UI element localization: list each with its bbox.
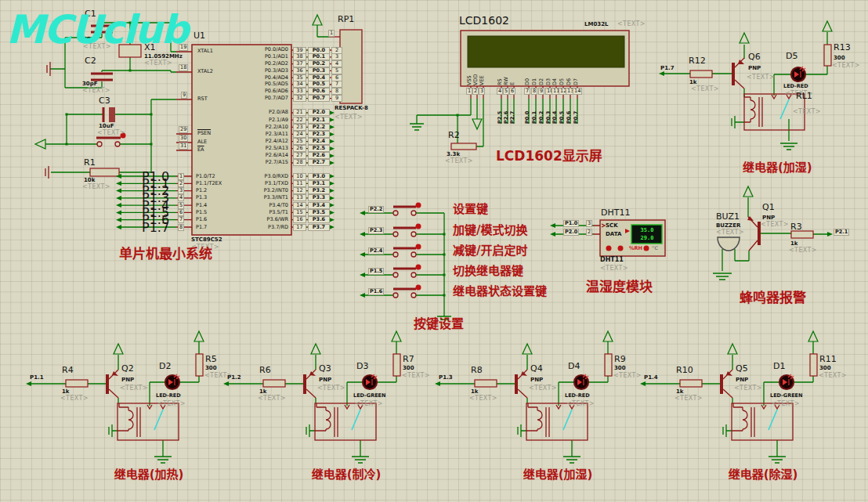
pin-row: 25P2.4 [293,138,330,145]
pin-number: 33 [293,88,306,95]
net-label: P2.0 [308,109,330,116]
input-resistor-body[interactable] [475,380,497,387]
net-label: P3.3 [308,194,330,201]
relay-driver-unit[interactable]: P1.3 R8 1k <TEXT> Q4 PNP <TEXT> D4 LED-R… [409,329,628,502]
buzzer-caption: 蜂鸣器报警 [740,291,806,305]
resistor-r13-body[interactable] [824,45,831,66]
pullup-resistor-ref: R11 [819,355,837,363]
net-label: P2.5 [308,145,330,152]
pin-number: 27 [293,152,306,159]
cap-c2-value: 30pF [82,81,98,87]
transistor-q1-type: PNP [762,215,775,221]
input-resistor-body[interactable] [680,380,702,387]
key-button-row[interactable]: P2.4 减键/开启定时 [0,244,868,263]
placeholder-text: <TEXT> [772,401,800,407]
lcd-pin-name: RW [504,68,509,85]
resistor-r2-body[interactable] [451,143,476,150]
pin-number: 10 [293,173,306,180]
lcd1602-module[interactable] [410,31,629,150]
input-resistor-body[interactable] [66,380,88,387]
placeholder-text: <TEXT> [355,401,383,407]
relay-body[interactable] [732,403,793,440]
reset-button-pin[interactable] [115,142,120,146]
power-arrow-icon [313,15,322,25]
respack-pin-number: 9 [331,95,342,102]
pin-row: 24P2.3 [293,131,330,138]
input-resistor-body[interactable] [263,380,285,387]
relay-body[interactable] [315,403,376,440]
resistor-r3-ref: R3 [790,222,802,231]
resistor-r13-ref: R13 [834,43,851,52]
relay-unit-caption: 继电器(加湿) [499,468,617,482]
lcd-pin-name: D6 [566,68,572,85]
cap-c3-value: 10uF [99,123,114,129]
net-label: P1.6 [368,288,384,295]
mcu-pin-name: P0.2/AD2 [196,60,288,67]
pin-number: 21 [293,109,306,116]
pin-number: 30 [179,135,188,142]
relay-driver-unit[interactable]: P1.1 R4 1k <TEXT> Q2 PNP <TEXT> D2 LED-R… [0,329,219,502]
transistor-q1-ref: Q1 [762,203,775,211]
buzzer-ref: BUZ1 [716,212,740,221]
relay-driver-unit[interactable]: P1.2 R6 1k <TEXT> Q3 PNP <TEXT> D3 LED-G… [197,329,417,502]
pin-number: 5 [503,88,509,95]
mcu-pin-name: P0.5/AD5 [196,81,288,88]
lcd-pin-name: D4 [552,68,558,85]
dht11-rh-label: %RH [629,245,642,251]
led-ref: D1 [773,362,785,370]
net-label: P3.0 [308,173,330,180]
respack-pin-number: 4 [331,60,342,67]
pin-name-text: P3.1/TXD [265,181,288,186]
relay-driver-unit[interactable]: P1.4 R10 1k <TEXT> Q5 PNP <TEXT> D1 LED-… [614,329,834,502]
mcu-pin-name: P0.1/AD1 [196,53,288,60]
net-label: P2.7 [308,159,330,166]
net-label: P0.7 [573,100,579,124]
pin-number: 23 [293,124,306,131]
placeholder-text: <TEXT> [317,385,345,392]
mcu-p0-pin-names: P0.0/AD0P0.1/AD1P0.2/AD2P0.3/AD3P0.4/AD4… [196,47,288,102]
net-label: P2.6 [308,152,330,159]
respack-body[interactable] [340,30,362,103]
transistor-base-bar [106,374,109,394]
pin-row: 33P0.68 [293,88,342,95]
key-button-row[interactable]: P1.5 切换继电器键 [0,265,868,284]
resistor-r1-body[interactable] [90,168,119,176]
mcu-p0-net-rows: 39P0.0238P0.1337P0.2436P0.3535P0.4634P0.… [293,47,342,102]
lcd-pin-name: RS [497,68,503,85]
pullup-resistor-body[interactable] [810,354,817,376]
net-label: P3.1 [308,180,330,187]
reset-button-pin[interactable] [97,142,102,146]
pullup-resistor-body[interactable] [393,354,400,376]
key-button-row[interactable]: P1.6 继电器状态设置键 [0,285,868,304]
mcu-pin-name: P0.6/AD6 [196,88,288,95]
pin-row: 28P2.7 [293,159,330,166]
led-d5-type: LED-RED [783,83,808,89]
resistor-r12-ref: R12 [689,56,706,65]
lcd-pin-name: VEE [479,68,485,85]
net-label: P1.7 [660,65,675,71]
pullup-resistor-body[interactable] [605,354,612,376]
cap-c3-ref: C3 [99,96,110,105]
lcd-pin-column: VEE 3 [479,68,488,127]
net-label: P2.2 [368,206,384,213]
pin-name-text: P0.4/AD4 [265,75,288,81]
pin-name-text: P0.6/AD6 [265,88,288,94]
placeholder-text: <TEXT> [716,229,744,236]
net-label: P2.0 [563,229,579,236]
dht11-display-line2: 29.0 [635,235,660,241]
transistor-type: PNP [736,377,748,383]
net-label: P0.0 [308,47,330,54]
mcuclub-watermark-logo: MCUclub [6,8,187,52]
placeholder-text: <TEXT> [789,247,817,254]
resistor-r12-body[interactable] [690,70,712,78]
pin-name-text: P0.5/AD5 [265,81,288,87]
pin-name-text: P2.3/A11 [266,132,288,137]
power-arrow-icon [311,344,320,354]
relay-body[interactable] [118,403,179,440]
net-label: P2.4 [368,247,384,255]
respack-pin-number: 2 [331,47,342,54]
pin-row: 13P3.3 [293,194,330,201]
relay-body[interactable] [526,403,588,440]
placeholder-text: <TEXT> [747,74,775,81]
transistor-ref: Q5 [736,364,748,373]
